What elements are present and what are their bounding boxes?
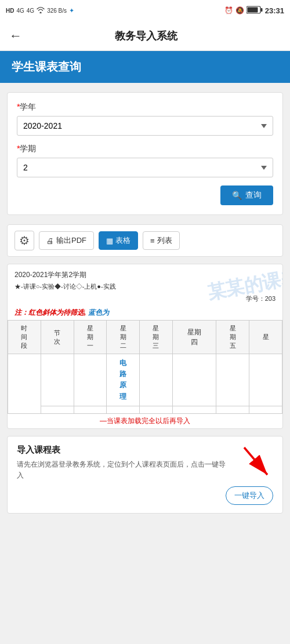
- pdf-label: 输出PDF: [56, 235, 86, 246]
- col-header-wed: 星期三: [140, 321, 173, 354]
- thu-cell: [172, 354, 216, 406]
- pdf-button[interactable]: 🖨 输出PDF: [39, 231, 94, 250]
- col-header-time: 时间段: [8, 321, 41, 354]
- tue-cell: 电路原理: [107, 354, 140, 406]
- search-icon: 🔍: [232, 191, 242, 200]
- session-cell-2: [41, 406, 74, 413]
- schedule-header: 某某的课表 2020-2021学年第2学期 ★-讲课○-实验◆-讨论◇-上机●-…: [8, 264, 282, 305]
- time-cell: [8, 354, 41, 414]
- col-header-mon: 星期一: [74, 321, 107, 354]
- year-group: *学年 2020-2021 2019-2020 2018-2019: [17, 102, 273, 136]
- import-right: 一键导入: [226, 445, 273, 505]
- table-row-2: [8, 406, 282, 413]
- status-right: ⏰ 🔕 23:31: [224, 6, 284, 15]
- col-header-sat: 星: [249, 321, 282, 354]
- table-icon: ▦: [106, 237, 113, 245]
- student-id: 学号：203: [14, 294, 276, 303]
- notice-blue-text: 蓝色为: [88, 308, 109, 316]
- page-title: 教务导入系统: [29, 29, 263, 43]
- gear-button[interactable]: ⚙: [14, 231, 34, 250]
- import-button[interactable]: 一键导入: [226, 486, 273, 505]
- fri-cell-2: [216, 406, 249, 413]
- query-button[interactable]: 🔍 查询: [220, 185, 273, 205]
- term-label: *学期: [17, 144, 273, 154]
- sat-cell: [249, 354, 282, 406]
- list-label: 列表: [157, 235, 172, 246]
- status-signal-4g2: 4G: [27, 8, 34, 14]
- schedule-period: 2020-2021学年第2学期: [14, 270, 276, 280]
- notice-red-text: 注：红色斜体为待筛选,: [14, 308, 86, 316]
- mon-cell-2: [74, 406, 107, 413]
- status-network: HD: [6, 8, 14, 14]
- wed-cell-2: [140, 406, 173, 413]
- session-cell: [41, 354, 74, 406]
- svg-rect-2: [247, 8, 258, 13]
- table-button[interactable]: ▦ 表格: [99, 231, 138, 250]
- status-signal-4g1: 4G: [16, 8, 24, 14]
- toolbar: ⚙ 🖨 输出PDF ▦ 表格 ≡ 列表: [7, 224, 283, 257]
- blue-header: 学生课表查询: [0, 51, 290, 83]
- import-left: 导入课程表 请先在浏览器登录教务系统，定位到个人课程表页面后，点击一键导入: [17, 445, 226, 505]
- gear-icon: ⚙: [19, 234, 30, 248]
- col-header-thu: 星期四: [172, 321, 216, 354]
- form-section: *学年 2020-2021 2019-2020 2018-2019 *学期 1 …: [7, 92, 283, 215]
- term-select[interactable]: 1 2: [17, 158, 273, 177]
- table-label: 表格: [115, 235, 130, 246]
- battery-icon: [246, 6, 263, 15]
- schedule-notice: 注：红色斜体为待筛选, 蓝色为: [8, 305, 282, 320]
- nav-bar: ← 教务导入系统: [0, 21, 290, 51]
- svg-rect-1: [260, 8, 262, 12]
- red-arrow-wrapper: [238, 445, 273, 482]
- svg-line-4: [244, 447, 267, 475]
- wed-cell: [140, 354, 173, 406]
- schedule-table: 时间段 节次 星期一 星期二 星期三 星期四 星期五 星 电路原理: [8, 320, 282, 414]
- col-header-fri: 星期五: [216, 321, 249, 354]
- schedule-section: 某某的课表 2020-2021学年第2学期 ★-讲课○-实验◆-讨论◇-上机●-…: [7, 264, 283, 429]
- query-btn-wrap: 🔍 查询: [17, 185, 273, 205]
- alarm-icon: ⏰: [224, 6, 233, 14]
- list-icon: ≡: [150, 237, 155, 245]
- status-left: HD 4G 4G 326 B/s ✦: [6, 6, 74, 15]
- list-button[interactable]: ≡ 列表: [143, 231, 180, 250]
- schedule-table-wrap: 时间段 节次 星期一 星期二 星期三 星期四 星期五 星 电路原理: [8, 320, 282, 428]
- import-desc: 请先在浏览器登录教务系统，定位到个人课程表页面后，点击一键导入: [17, 459, 226, 481]
- status-app-icon: ✦: [69, 7, 74, 14]
- year-select[interactable]: 2020-2021 2019-2020 2018-2019: [17, 116, 273, 136]
- section-title: 学生课表查询: [12, 59, 278, 75]
- year-label: *学年: [17, 102, 273, 112]
- table-row: 电路原理: [8, 354, 282, 406]
- status-bar: HD 4G 4G 326 B/s ✦ ⏰ 🔕 23:31: [0, 0, 290, 21]
- status-wifi: [37, 6, 45, 15]
- import-section: 导入课程表 请先在浏览器登录教务系统，定位到个人课程表页面后，点击一键导入 一键…: [7, 436, 283, 514]
- silent-icon: 🔕: [235, 6, 244, 14]
- term-group: *学期 1 2: [17, 144, 273, 177]
- sat-cell-2: [249, 406, 282, 413]
- fri-cell: [216, 354, 249, 406]
- status-traffic: 326 B/s: [47, 8, 67, 14]
- mon-cell: [74, 354, 107, 406]
- query-button-label: 查询: [245, 190, 262, 201]
- red-arrow-icon: [238, 445, 273, 479]
- tue-cell-2: [107, 406, 140, 413]
- thu-cell-2: [172, 406, 216, 413]
- print-icon: 🖨: [46, 237, 54, 245]
- schedule-legend: ★-讲课○-实验◆-讨论◇-上机●-实践: [14, 282, 276, 291]
- loading-hint: —当课表加载完全以后再导入: [8, 414, 282, 428]
- table-header-row: 时间段 节次 星期一 星期二 星期三 星期四 星期五 星: [8, 321, 282, 354]
- col-header-session: 节次: [41, 321, 74, 354]
- clock-time: 23:31: [265, 6, 284, 15]
- import-title: 导入课程表: [17, 445, 226, 456]
- back-button[interactable]: ←: [9, 28, 22, 43]
- col-header-tue: 星期二: [107, 321, 140, 354]
